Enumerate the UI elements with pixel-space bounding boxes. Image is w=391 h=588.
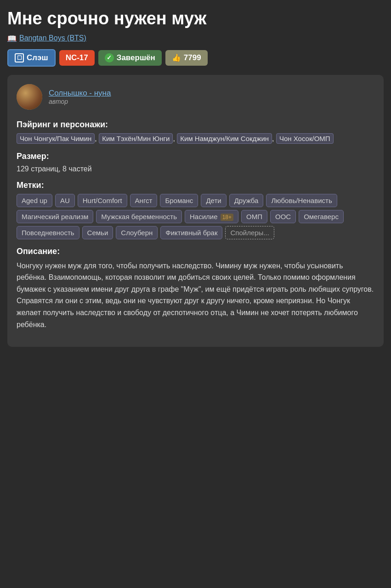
info-card: Солнышко - нуна автор Пэйринг и персонаж… xyxy=(7,75,384,347)
author-label: автор xyxy=(49,98,111,105)
check-icon: ✓ xyxy=(105,53,114,62)
page-title: Мне срочно нужен муж xyxy=(7,8,384,29)
badge-likes[interactable]: 👍 7799 xyxy=(165,50,208,66)
tag-bromance[interactable]: Броманс xyxy=(160,194,198,207)
tag-magic-realism[interactable]: Магический реализм xyxy=(17,210,93,223)
size-title: Размер: xyxy=(17,152,374,161)
thumb-icon: 👍 xyxy=(172,53,181,62)
tag-families[interactable]: Семьи xyxy=(82,226,113,239)
tag-children[interactable]: Дети xyxy=(201,194,226,207)
description-title: Описание: xyxy=(17,247,374,256)
tag-au[interactable]: AU xyxy=(55,194,75,207)
badge-slash[interactable]: ☐ Слэш xyxy=(7,49,56,67)
tag-omp[interactable]: ОМП xyxy=(241,210,267,223)
tag-spoilers[interactable]: Спойлеры... xyxy=(225,226,274,239)
badge-completed[interactable]: ✓ Завершён xyxy=(98,50,162,66)
tag-everyday[interactable]: Повседневность xyxy=(17,226,79,239)
tag-omegaverse[interactable]: Омегаверс xyxy=(299,210,344,223)
tag-angst[interactable]: Ангст xyxy=(130,194,158,207)
book-icon: 📖 xyxy=(7,34,17,43)
tag-violence[interactable]: Насилие 18+ xyxy=(185,210,238,223)
pairing-title: Пэйринг и персонажи: xyxy=(17,120,374,130)
badges-row: ☐ Слэш NC-17 ✓ Завершён 👍 7799 xyxy=(7,49,384,67)
tag-aged-up[interactable]: Aged up xyxy=(17,194,52,207)
tag-fake-marriage[interactable]: Фиктивный брак xyxy=(160,226,222,239)
tag-friendship[interactable]: Дружба xyxy=(229,194,264,207)
tag-love-hate[interactable]: Любовь/Ненависть xyxy=(266,194,337,207)
pairing-tags: Чон Чонгук/Пак Чимин, Ким Тэхён/Мин Юнги… xyxy=(17,133,374,144)
badge-nc17[interactable]: NC-17 xyxy=(59,50,95,66)
tag-mpreg[interactable]: Мужская беременность xyxy=(96,210,182,223)
pairing-tag-1[interactable]: Чон Чонгук/Пак Чимин xyxy=(17,133,95,144)
description-text: Чонгуку нужен муж для того, чтобы получи… xyxy=(17,260,374,331)
pairing-section: Пэйринг и персонажи: Чон Чонгук/Пак Чими… xyxy=(17,120,374,144)
tags-title: Метки: xyxy=(17,181,374,190)
size-section: Размер: 129 страниц, 8 частей xyxy=(17,152,374,173)
author-info: Солнышко - нуна автор xyxy=(49,89,111,105)
avatar xyxy=(17,84,42,110)
tag-oos[interactable]: ООС xyxy=(270,210,296,223)
tag-hurt-comfort[interactable]: Hurt/Comfort xyxy=(78,194,127,207)
description-section: Описание: Чонгуку нужен муж для того, чт… xyxy=(17,247,374,331)
fandom-link[interactable]: 📖 Bangtan Boys (BTS) xyxy=(7,34,384,43)
author-link[interactable]: Солнышко - нуна xyxy=(49,89,111,97)
badge-18plus: 18+ xyxy=(221,214,233,221)
tag-slowburn[interactable]: Слоуберн xyxy=(116,226,158,239)
author-section: Солнышко - нуна автор xyxy=(17,84,374,110)
pairing-tag-4[interactable]: Чон Хосок/ОМП xyxy=(276,133,334,144)
size-value: 129 страниц, 8 частей xyxy=(17,165,374,173)
tags-section: Метки: Aged up AU Hurt/Comfort Ангст Бро… xyxy=(17,181,374,239)
tags-list: Aged up AU Hurt/Comfort Ангст Броманс Де… xyxy=(17,194,374,239)
pairing-tag-2[interactable]: Ким Тэхён/Мин Юнги xyxy=(99,133,173,144)
pairing-tag-3[interactable]: Ким Намджун/Ким Сокджин xyxy=(177,133,272,144)
slash-icon: ☐ xyxy=(15,53,24,62)
